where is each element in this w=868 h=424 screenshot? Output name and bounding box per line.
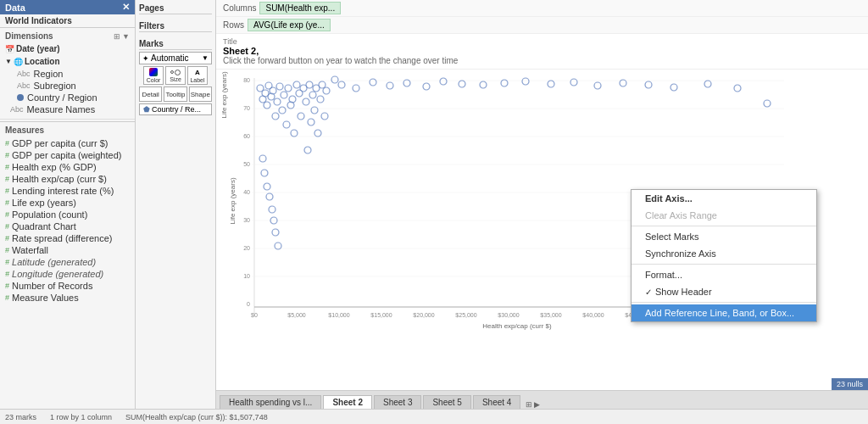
size-icon (170, 70, 181, 75)
nav-sheet-icon[interactable]: ▶ (534, 400, 540, 409)
svg-point-68 (259, 155, 266, 162)
shape-button[interactable]: Shape (189, 86, 212, 102)
marks-detail-row: Detail Tooltip Shape (139, 86, 212, 102)
measure-longitude[interactable]: #Longitude (generated) (0, 268, 135, 280)
context-edit-axis[interactable]: Edit Axis... (632, 190, 816, 207)
columns-pill[interactable]: SUM(Health exp... (259, 2, 341, 14)
measure-health-pct[interactable]: #Health exp (% GDP) (0, 161, 135, 173)
svg-point-94 (734, 85, 741, 92)
region-item[interactable]: Abc Region (0, 68, 135, 80)
measures-section: Measures #GDP per capita (curr $) #GDP p… (0, 121, 135, 304)
svg-point-52 (293, 81, 300, 88)
country-region-item[interactable]: Country / Region (0, 92, 135, 103)
measure-life-exp[interactable]: #Life exp (years) (0, 197, 135, 209)
measure-quadrant[interactable]: #Quadrant Chart (0, 220, 135, 232)
svg-text:20: 20 (243, 245, 250, 251)
svg-point-64 (317, 96, 324, 103)
measures-list: #GDP per capita (curr $) #GDP per capita… (0, 137, 135, 304)
chart-header: Title Sheet 2, Click the forward button … (216, 34, 868, 70)
date-label: Date (year) (16, 44, 60, 53)
svg-text:Life exp (years): Life exp (years) (229, 177, 236, 224)
tab-health-spending[interactable]: Health spending vs l... (220, 395, 321, 409)
country-chip[interactable]: ⬟ Country / Re... (139, 103, 212, 115)
svg-text:80: 80 (243, 77, 250, 83)
svg-text:$25,000: $25,000 (455, 312, 476, 318)
color-icon (149, 68, 158, 76)
tab-sheet5[interactable]: Sheet 5 (423, 395, 470, 409)
svg-text:Life exp (years): Life exp (years) (220, 71, 228, 118)
measure-pop[interactable]: #Population (count) (0, 209, 135, 220)
svg-point-65 (319, 81, 326, 88)
country-region-label: Country / Region (27, 92, 97, 103)
rows-pill[interactable]: AVG(Life exp (ye... (248, 19, 331, 31)
svg-point-67 (323, 87, 330, 94)
context-add-reference[interactable]: Add Reference Line, Band, or Box... (632, 304, 816, 321)
sidebar-title: Data (5, 3, 25, 13)
select-marks-label: Select Marks (645, 232, 699, 242)
marks-type-dropdown[interactable]: ✦ Automatic ▼ (139, 52, 212, 64)
sidebar-close-icon[interactable]: ✕ (122, 2, 130, 13)
region-label: Region (34, 69, 64, 79)
measure-gdp-weighted[interactable]: #GDP per capita (weighted) (0, 149, 135, 161)
measure-latitude[interactable]: #Latitude (generated) (0, 256, 135, 268)
tooltip-button[interactable]: Tooltip (164, 86, 186, 102)
measure-lending[interactable]: #Lending interest rate (%) (0, 185, 135, 197)
svg-point-82 (440, 78, 447, 85)
tab-sheet3-label: Sheet 3 (383, 398, 412, 407)
date-item[interactable]: 📅 Date (year) (0, 42, 135, 55)
measure-names-item[interactable]: Abc Measure Names (0, 103, 135, 115)
svg-point-87 (548, 81, 554, 87)
tab-sheet4[interactable]: Sheet 4 (473, 395, 520, 409)
label-button[interactable]: A Label (187, 66, 208, 85)
bottom-tabs: Health spending vs l... Sheet 2 Sheet 3 … (216, 390, 868, 409)
detail-button[interactable]: Detail (139, 86, 162, 102)
measure-waterfall[interactable]: #Waterfall (0, 244, 135, 256)
size-button[interactable]: Size (165, 66, 186, 85)
color-button[interactable]: Color (143, 66, 164, 85)
measure-values[interactable]: #Measure Values (0, 292, 135, 304)
tab-sheet3[interactable]: Sheet 3 (374, 395, 421, 409)
svg-point-45 (279, 107, 286, 114)
marks-type-label: Automatic (151, 53, 188, 63)
measure-gdp[interactable]: #GDP per capita (curr $) (0, 137, 135, 149)
svg-point-69 (261, 170, 268, 176)
svg-point-86 (522, 78, 529, 85)
chart-body[interactable]: Life exp (years) Life exp (years) 80 70 … (216, 70, 868, 390)
measure-health-cap[interactable]: #Health exp/cap (curr $) (0, 173, 135, 185)
globe-icon: 🌐 (14, 58, 23, 66)
svg-point-95 (764, 100, 771, 107)
svg-point-70 (264, 183, 270, 190)
pages-section: Pages (139, 3, 212, 16)
location-item[interactable]: ▼ 🌐 Location (0, 55, 135, 68)
add-sheet-icon[interactable]: ⊞ (526, 400, 532, 409)
tab-sheet2[interactable]: Sheet 2 (323, 395, 372, 409)
svg-point-58 (306, 81, 313, 88)
chart-area: Columns SUM(Health exp... Rows AVG(Life … (216, 0, 868, 409)
context-sync-axis[interactable]: Synchronize Axis (632, 245, 816, 262)
context-format[interactable]: Format... (632, 266, 816, 283)
svg-point-79 (387, 82, 393, 89)
hash-icon-hpct: # (5, 163, 9, 171)
abc-icon-region: Abc (17, 70, 31, 78)
svg-text:70: 70 (243, 105, 250, 111)
svg-point-77 (353, 85, 359, 92)
chart-sheet-title: Sheet 2, (223, 46, 861, 56)
columns-label: Columns (223, 3, 256, 13)
context-select-marks[interactable]: Select Marks (632, 228, 816, 245)
dimensions-label: Dimensions (5, 31, 53, 41)
edit-axis-label: Edit Axis... (645, 193, 693, 204)
dimensions-section: Dimensions ⊞ ▼ 📅 Date (year) ▼ 🌐 Locatio… (0, 28, 135, 117)
svg-point-78 (370, 79, 376, 86)
hash-icon-nr: # (5, 282, 9, 290)
measure-num-records[interactable]: #Number of Records (0, 280, 135, 292)
chart-subtitle: Click the forward button on year to watc… (223, 56, 861, 65)
nulls-badge[interactable]: 23 nulls (832, 378, 868, 390)
svg-point-76 (338, 81, 345, 88)
svg-point-57 (304, 147, 311, 153)
svg-text:$10,000: $10,000 (328, 312, 349, 318)
svg-point-42 (272, 113, 279, 120)
measure-rate-spread[interactable]: #Rate spread (difference) (0, 232, 135, 244)
svg-text:30: 30 (243, 217, 250, 223)
subregion-item[interactable]: Abc Subregion (0, 80, 135, 92)
context-show-header[interactable]: ✓ Show Header (632, 283, 816, 300)
